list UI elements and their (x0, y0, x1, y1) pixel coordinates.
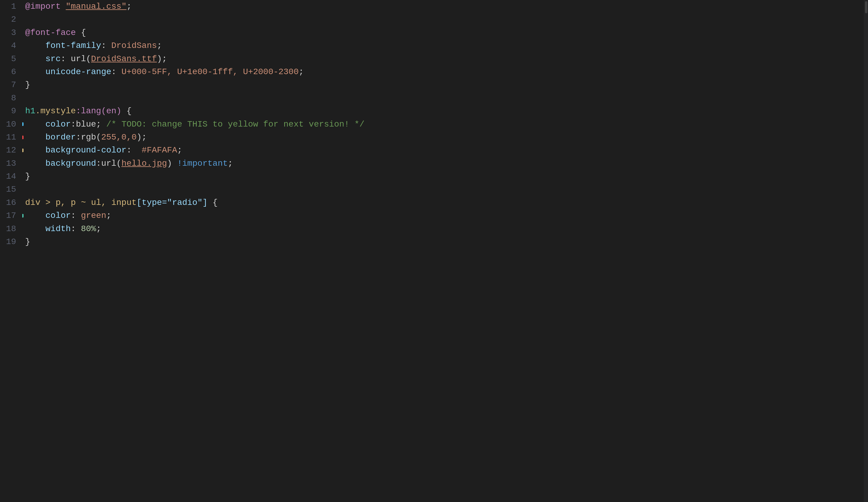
dot-green (22, 214, 23, 218)
line-number: 12 (6, 144, 16, 157)
scrollbar-thumb[interactable] (865, 1, 867, 13)
line-number: 17 (6, 209, 16, 222)
token: color (25, 118, 71, 131)
token (61, 0, 66, 13)
token: ; (127, 0, 132, 13)
code-line: src: url(DroidSans.ttf); (25, 52, 864, 65)
token: { (76, 26, 86, 39)
code-line: } (25, 79, 864, 91)
token: @import (25, 0, 61, 13)
token: 255,0,0 (101, 131, 137, 144)
token: } (25, 170, 30, 183)
token: @font-face (25, 26, 76, 39)
code-line: color: green; (25, 209, 864, 222)
token: : (127, 144, 142, 157)
code-line: background-color: #FAFAFA; (25, 144, 864, 157)
token: font-family (25, 39, 101, 52)
code-line (25, 183, 864, 196)
line-number: 1 (6, 0, 16, 13)
token: : (111, 65, 122, 79)
token: { (208, 196, 218, 209)
token: background-color (25, 144, 127, 157)
line-number: 5 (6, 52, 16, 65)
token: DroidSans (111, 39, 157, 52)
token: } (25, 235, 30, 248)
token: hello.jpg (122, 157, 167, 170)
token: :blue; (71, 118, 106, 131)
token: { (122, 105, 132, 117)
line-number: 11 (6, 131, 16, 144)
line-number: 13 (6, 157, 16, 170)
code-line: } (25, 235, 864, 248)
code-line: unicode-range: U+000-5FF, U+1e00-1fff, U… (25, 65, 864, 79)
token: src (25, 52, 61, 65)
token: ; (299, 65, 304, 79)
token: ); (136, 131, 147, 144)
token: : (71, 222, 81, 235)
code-line: } (25, 170, 864, 183)
code-line: width: 80%; (25, 222, 864, 235)
token: unicode-range (25, 65, 112, 79)
code-line (25, 92, 864, 105)
token: DroidSans.ttf (91, 52, 157, 65)
dot-red (22, 136, 23, 139)
code-content[interactable]: @import "manual.css";@font-face { font-f… (22, 0, 864, 502)
token: [type="radio"] (136, 196, 207, 209)
dot-blue (22, 122, 23, 126)
token: : (61, 52, 71, 65)
code-line (25, 13, 864, 26)
token: color (25, 209, 71, 222)
line-number: 4 (6, 39, 16, 52)
line-number: 7 (6, 79, 16, 91)
line-number: 8 (6, 92, 16, 105)
token: ; (96, 222, 101, 235)
line-number: 16 (6, 196, 16, 209)
token: ); (157, 52, 167, 65)
line-number: 10 (6, 118, 16, 131)
code-line: div > p, p ~ ul, input[type="radio"] { (25, 196, 864, 209)
token: U+000-5FF, U+1e00-1fff, U+2000-2300 (122, 65, 299, 79)
token: : (101, 39, 112, 52)
token: :url( (96, 157, 122, 170)
token: ) (167, 157, 177, 170)
line-number: 9 (6, 105, 16, 117)
token: green (81, 209, 106, 222)
token: ; (106, 209, 111, 222)
token: .mystyle (35, 105, 76, 117)
dot-yellow (22, 148, 23, 152)
token: url( (71, 52, 91, 65)
token: "manual.css" (66, 0, 127, 13)
scrollbar[interactable] (864, 0, 868, 502)
token: div > p, p ~ ul, input (25, 196, 137, 209)
code-line: border:rgb(255,0,0); (25, 131, 864, 144)
code-line: @import "manual.css"; (25, 0, 864, 13)
token: ; (177, 144, 182, 157)
token: : (71, 209, 81, 222)
line-number: 6 (6, 65, 16, 79)
token: ; (228, 157, 233, 170)
code-line: h1.mystyle:lang(en) { (25, 105, 864, 117)
token: ; (157, 39, 162, 52)
line-number: 18 (6, 222, 16, 235)
token: :rgb( (76, 131, 101, 144)
code-line: background:url(hello.jpg) !important; (25, 157, 864, 170)
token: border (25, 131, 76, 144)
line-number: 19 (6, 235, 16, 248)
code-line: font-family: DroidSans; (25, 39, 864, 52)
code-editor: 12345678910111213141516171819 @import "m… (0, 0, 868, 502)
token: #FAFAFA (142, 144, 177, 157)
line-number: 3 (6, 26, 16, 39)
line-numbers-gutter: 12345678910111213141516171819 (0, 0, 22, 502)
token: 80% (81, 222, 96, 235)
token: } (25, 79, 30, 91)
token: background (25, 157, 96, 170)
code-line: @font-face { (25, 26, 864, 39)
code-line: color:blue; /* TODO: change THIS to yell… (25, 118, 864, 131)
token: :lang(en) (76, 105, 122, 117)
token: width (25, 222, 71, 235)
token: h1 (25, 105, 35, 117)
token: !important (177, 157, 228, 170)
line-number: 15 (6, 183, 16, 196)
line-number: 2 (6, 13, 16, 26)
line-number: 14 (6, 170, 16, 183)
